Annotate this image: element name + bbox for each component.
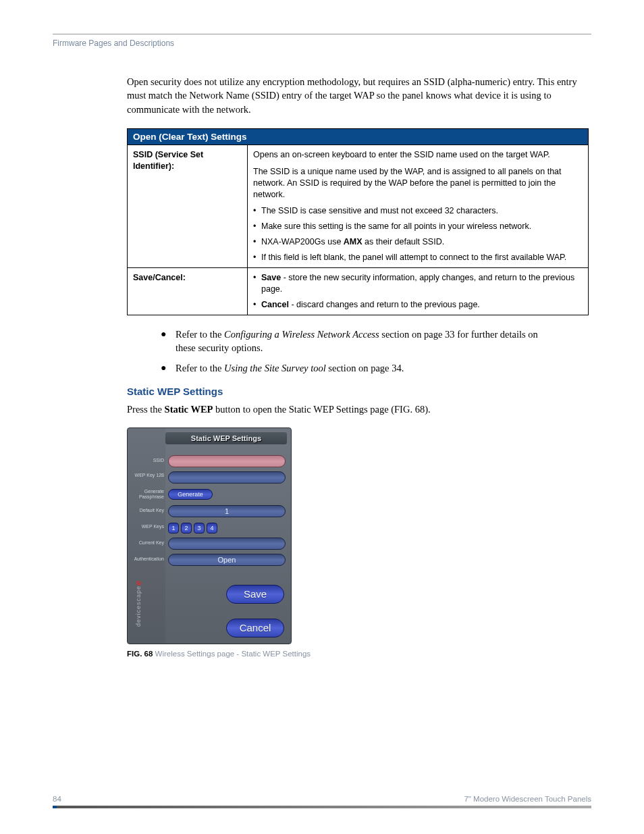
- bullet-dot: •: [253, 252, 261, 263]
- ssid-bullet-2: Make sure this setting is the same for a…: [261, 221, 583, 232]
- label-generate: Generate Passphrase: [128, 489, 164, 499]
- ref-bullet-2: Refer to the Using the Site Survey tool …: [176, 361, 558, 375]
- section-heading-static-wep: Static WEP Settings: [127, 386, 591, 397]
- label-ssid: SSID: [128, 458, 164, 463]
- figure-number: FIG. 68: [127, 650, 153, 658]
- ssid-para2: The SSID is a unique name used by the WA…: [253, 166, 583, 201]
- save-button[interactable]: Save: [226, 585, 284, 604]
- bullet-dot: •: [253, 299, 261, 311]
- page-number: 84: [53, 795, 61, 803]
- panel-label-column: SSID WEP Key 128 Generate Passphrase Def…: [128, 428, 165, 644]
- bullet-dot: •: [253, 221, 261, 232]
- panel-title: Static WEP Settings: [165, 432, 287, 444]
- doc-title-footer: 7" Modero Widescreen Touch Panels: [464, 795, 591, 803]
- authentication-field[interactable]: Open: [168, 554, 286, 566]
- wep-key-1-button[interactable]: 1: [168, 523, 179, 533]
- current-key-field[interactable]: [168, 538, 286, 550]
- figure-caption: FIG. 68 Wireless Settings page - Static …: [127, 650, 591, 658]
- wep-key-2-button[interactable]: 2: [181, 523, 192, 533]
- figure-text: Wireless Settings page - Static WEP Sett…: [155, 650, 311, 658]
- intro-paragraph: Open security does not utilize any encry…: [127, 75, 591, 116]
- wep-key-3-button[interactable]: 3: [194, 523, 205, 533]
- ssid-bullet-1: The SSID is case sensitive and must not …: [261, 205, 583, 217]
- label-authentication: Authentication: [128, 556, 164, 562]
- cancel-bullet: Cancel - discard changes and return to t…: [261, 299, 583, 311]
- wep-key-selector: 1 2 3 4: [168, 523, 217, 533]
- wep-key-input[interactable]: [168, 471, 286, 484]
- label-wep: WEP Key 128: [128, 473, 164, 478]
- label-wep-keys: WEP Keys: [128, 524, 164, 529]
- static-wep-panel: SSID WEP Key 128 Generate Passphrase Def…: [127, 427, 292, 644]
- ssid-para1: Opens an on-screen keyboard to enter the…: [253, 149, 583, 161]
- press-static-wep-para: Press the Static WEP button to open the …: [127, 404, 591, 415]
- row-head-savecancel: Save/Cancel:: [128, 267, 248, 315]
- reference-bullets: ● Refer to the Configuring a Wireless Ne…: [161, 328, 558, 375]
- open-settings-table: Open (Clear Text) Settings SSID (Service…: [127, 128, 589, 315]
- ssid-bullet-3: NXA-WAP200Gs use AMX as their default SS…: [261, 236, 583, 248]
- footer-rule: [53, 806, 591, 808]
- bullet-dot: •: [253, 236, 261, 248]
- row-body-ssid: Opens an on-screen keyboard to enter the…: [248, 145, 589, 267]
- save-bullet: Save - store the new security informatio…: [261, 272, 583, 295]
- label-default-key: Default Key: [128, 508, 164, 513]
- ssid-bullet-4: If this field is left blank, the panel w…: [261, 252, 583, 263]
- wep-key-4-button[interactable]: 4: [207, 523, 217, 533]
- table-row: Save/Cancel: •Save - store the new secur…: [128, 267, 589, 315]
- bullet-dot: ●: [161, 361, 176, 375]
- page-header-section: Firmware Pages and Descriptions: [53, 38, 591, 48]
- bullet-dot: ●: [161, 328, 176, 355]
- ref-bullet-1: Refer to the Configuring a Wireless Netw…: [176, 328, 558, 355]
- cancel-button[interactable]: Cancel: [226, 619, 284, 637]
- bullet-dot: •: [253, 272, 261, 295]
- table-title: Open (Clear Text) Settings: [128, 128, 589, 145]
- table-row: SSID (Service Set Identifier): Opens an …: [128, 145, 589, 267]
- default-key-field[interactable]: 1: [168, 505, 286, 517]
- brand-devicescape: devicescapee: [133, 569, 141, 637]
- row-body-savecancel: •Save - store the new security informati…: [248, 267, 589, 315]
- ssid-input[interactable]: [168, 455, 286, 467]
- generate-button[interactable]: Generate: [168, 489, 213, 500]
- bullet-dot: •: [253, 205, 261, 217]
- row-head-ssid: SSID (Service Set Identifier):: [128, 145, 248, 267]
- label-current-key: Current Key: [128, 540, 164, 546]
